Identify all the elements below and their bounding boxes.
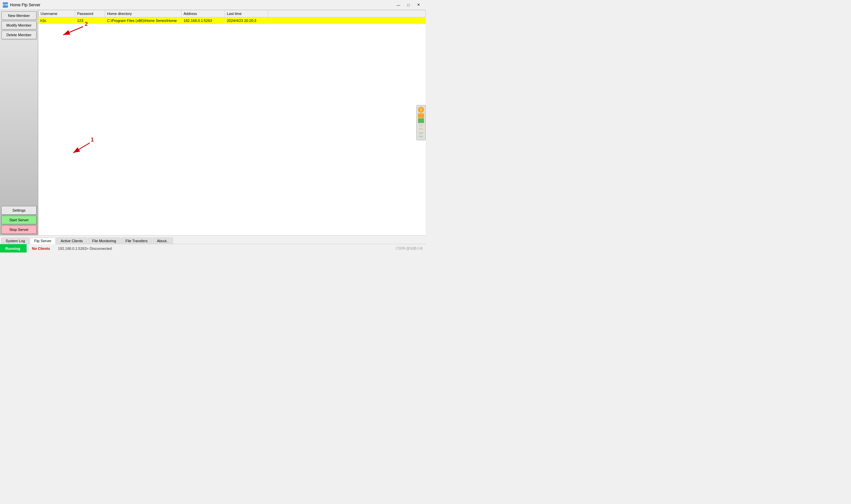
tab-active-clients[interactable]: Active Clients xyxy=(56,237,87,244)
col-header-rest xyxy=(268,10,426,17)
stop-server-button[interactable]: Stop Server xyxy=(1,225,37,234)
svg-line-2 xyxy=(73,143,90,153)
col-header-homedir: Home directory xyxy=(105,10,181,17)
cell-username: h3c xyxy=(39,17,75,24)
tab-bar: System LogFtp ServerActive ClientsFile M… xyxy=(0,235,426,244)
close-button[interactable]: ✕ xyxy=(414,2,423,8)
delete-member-button[interactable]: Delete Member xyxy=(1,31,37,39)
network-speed-down: 0.0 K/s xyxy=(419,131,423,139)
sidebar: New Member Modify Member Delete Member S… xyxy=(0,10,38,235)
status-bar: Running No Clients 192.168.0.1:5263> Dis… xyxy=(0,244,426,252)
cell-homedir: C:\Program Files (x86)\Home Series\Home xyxy=(105,17,181,24)
tab-file-monitoring[interactable]: File Monitoring xyxy=(88,237,120,244)
titlebar: FTP Home Ftp Server — □ ✕ xyxy=(0,0,426,10)
cell-rest xyxy=(268,17,426,24)
annotation-1: 1 xyxy=(91,137,94,143)
maximize-button[interactable]: □ xyxy=(404,2,413,8)
col-header-lasttime: Last time xyxy=(225,10,268,17)
members-table: Username Password Home directory Address… xyxy=(38,10,426,24)
status-no-clients: No Clients xyxy=(27,247,55,251)
tab-about[interactable]: About.. xyxy=(153,237,173,244)
col-header-username: Username xyxy=(39,10,75,17)
cell-lasttime: 2024/4/23 20:20:3 xyxy=(225,17,268,24)
network-upload-bar xyxy=(418,113,424,118)
col-header-password: Password xyxy=(75,10,105,17)
network-bars xyxy=(418,113,424,123)
status-address: 192.168.0.1:5263> Disconnected xyxy=(55,247,115,251)
app-icon: FTP xyxy=(3,2,8,7)
window-controls: — □ ✕ xyxy=(394,2,423,8)
svg-line-3 xyxy=(63,26,83,35)
new-member-button[interactable]: New Member xyxy=(1,11,37,20)
modify-member-button[interactable]: Modify Member xyxy=(1,21,37,30)
network-speed-up: 0.0 K/s xyxy=(419,124,423,131)
tab-system-log[interactable]: System Log xyxy=(1,237,29,244)
main-container: New Member Modify Member Delete Member S… xyxy=(0,10,426,235)
network-connections-badge: 1 xyxy=(418,107,424,113)
app-title: Home Ftp Server xyxy=(10,3,394,7)
cell-address: 192.168.0.1:5263 xyxy=(181,17,225,24)
minimize-button[interactable]: — xyxy=(394,2,403,8)
status-watermark: CSDN @光阴小舍 xyxy=(396,246,426,251)
content-area: Username Password Home directory Address… xyxy=(38,10,426,235)
tab-ftp-server[interactable]: Ftp Server xyxy=(30,237,55,244)
network-widget: 1 0.0 K/s 0.0 K/s xyxy=(416,105,426,140)
network-download-bar xyxy=(418,118,424,123)
col-header-address: Address xyxy=(181,10,225,17)
status-running-badge: Running xyxy=(0,244,27,252)
annotation-arrows: 1 2 xyxy=(38,10,426,235)
tab-file-transfers[interactable]: File Transfers xyxy=(121,237,152,244)
sidebar-bottom: Settings Start Server Stop Server xyxy=(1,206,37,234)
cell-password: 123 xyxy=(75,17,105,24)
start-server-button[interactable]: Start Server xyxy=(1,216,37,224)
settings-button[interactable]: Settings xyxy=(1,206,37,215)
table-row[interactable]: h3c123C:\Program Files (x86)\Home Series… xyxy=(39,17,426,24)
